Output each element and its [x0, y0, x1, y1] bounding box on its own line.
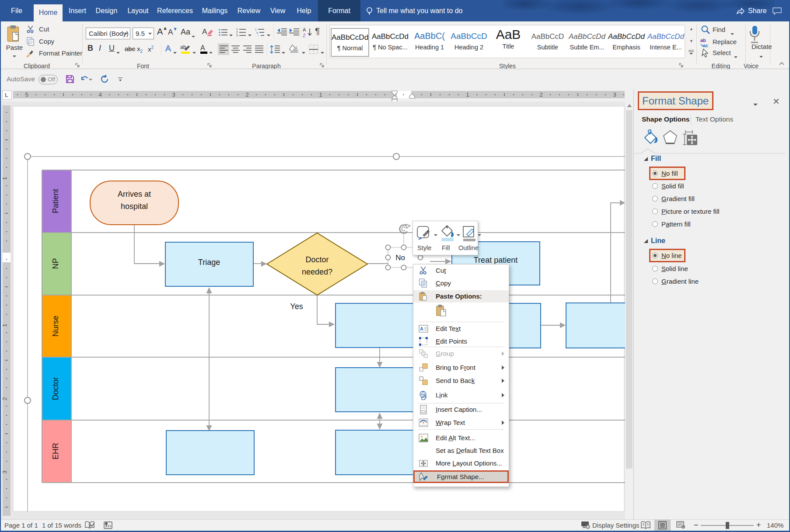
svg-text:Patient: Patient: [51, 189, 60, 213]
svg-text:5: 5: [25, 91, 28, 98]
svg-text:1: 1: [1, 177, 8, 180]
svg-text:Treat patient: Treat patient: [474, 256, 517, 264]
svg-text:3: 3: [1, 470, 8, 473]
svg-text:Doctor: Doctor: [305, 255, 329, 264]
svg-text:3: 3: [172, 91, 175, 98]
svg-text:Doctor: Doctor: [51, 377, 60, 400]
svg-text:ab: ab: [700, 38, 706, 43]
svg-text:A: A: [420, 326, 423, 331]
svg-text:3: 3: [236, 34, 238, 36]
svg-text:2: 2: [539, 91, 542, 98]
svg-text:1: 1: [236, 28, 238, 31]
svg-text:Nurse: Nurse: [51, 316, 60, 337]
svg-text:Z: Z: [303, 33, 306, 38]
svg-text:No: No: [395, 254, 405, 262]
svg-text:NP: NP: [51, 258, 60, 269]
svg-text:Yes: Yes: [290, 302, 303, 311]
svg-text:2: 2: [245, 91, 248, 98]
svg-text:A: A: [200, 44, 205, 52]
svg-text:4: 4: [98, 91, 101, 98]
svg-text:ac: ac: [703, 43, 708, 48]
svg-text:needed?: needed?: [302, 268, 332, 276]
svg-text:1: 1: [319, 91, 322, 98]
svg-text:Arrives at: Arrives at: [118, 190, 151, 198]
svg-text:2: 2: [1, 397, 8, 400]
svg-text:hospital: hospital: [121, 202, 148, 211]
svg-text:A: A: [303, 27, 306, 32]
svg-text:2: 2: [236, 31, 238, 34]
svg-text:EHR: EHR: [51, 443, 60, 459]
svg-text:3: 3: [613, 91, 616, 98]
svg-text:i: i: [258, 34, 258, 36]
svg-text:1: 1: [1, 323, 8, 327]
svg-text:1: 1: [255, 28, 257, 31]
svg-text:a: a: [256, 31, 258, 34]
svg-text:1: 1: [466, 91, 469, 98]
svg-text:A: A: [202, 28, 207, 36]
svg-text:Triage: Triage: [198, 258, 220, 267]
